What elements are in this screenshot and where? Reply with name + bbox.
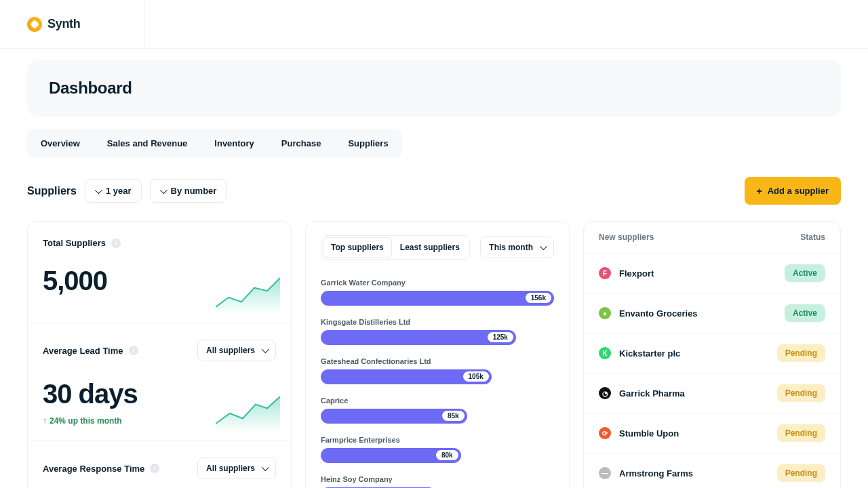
- stat-title: Average Lead Time: [43, 346, 123, 356]
- add-supplier-button[interactable]: + Add a supplier: [745, 177, 841, 205]
- chevron-down-icon: [540, 243, 547, 250]
- chart-bar-fill: 80k: [321, 448, 461, 463]
- supplier-name: Armstrong Farms: [619, 468, 693, 479]
- stats-stack: Total Suppliers i 5,000 Average Lead Tim…: [27, 221, 292, 488]
- lead-filter-value: All suppliers: [206, 346, 255, 355]
- sparkline-icon: [216, 274, 280, 314]
- sort-select[interactable]: By number: [150, 179, 227, 203]
- chart-bar-row: Farmprice Enterprises80k: [321, 436, 554, 463]
- chart-bars: Garrick Water Company156kKingsgate Disti…: [321, 279, 554, 488]
- chevron-down-icon: [262, 464, 269, 471]
- chart-bar-fill: 156k: [321, 291, 554, 306]
- info-icon[interactable]: i: [150, 464, 159, 473]
- brand-logo-icon: [27, 17, 42, 32]
- supplier-logo-icon: ◔: [599, 387, 611, 399]
- range-select-value: 1 year: [106, 186, 132, 196]
- chart-range-select[interactable]: This month: [480, 237, 554, 258]
- brand-logo[interactable]: Synth: [0, 0, 145, 49]
- sort-select-value: By number: [171, 186, 217, 196]
- tab-overview[interactable]: Overview: [27, 129, 94, 158]
- chart-bar-value: 125k: [488, 332, 513, 342]
- status-badge: Active: [785, 264, 825, 282]
- chart-bar-value: 105k: [463, 371, 489, 382]
- status-badge: Pending: [777, 344, 825, 362]
- range-select[interactable]: 1 year: [85, 179, 142, 203]
- suppliers-chart-card: Top suppliers Least suppliers This month…: [305, 221, 570, 488]
- sparkline-icon: [216, 392, 280, 432]
- chart-bar-row: Caprice85k: [321, 396, 554, 424]
- chart-segment-control: Top suppliers Least suppliers: [321, 235, 470, 260]
- chart-bar-value: 156k: [526, 293, 551, 303]
- supplier-logo-icon: —: [599, 467, 611, 479]
- dashboard-tabs: Overview Sales and Revenue Inventory Pur…: [27, 129, 402, 158]
- chart-bar-label: Garrick Water Company: [321, 279, 554, 287]
- stat-total-suppliers: Total Suppliers i 5,000: [28, 222, 291, 323]
- status-badge: Active: [785, 304, 825, 322]
- chart-bar-label: Heinz Soy Company: [321, 475, 554, 483]
- chart-bar-label: Kingsgate Distilleries Ltd: [321, 318, 554, 326]
- chart-range-value: This month: [489, 243, 533, 252]
- new-suppliers-list: New suppliers Status FFlexportActive●Env…: [583, 221, 841, 488]
- supplier-name: Garrick Pharma: [619, 388, 685, 399]
- tab-purchase[interactable]: Purchase: [268, 129, 335, 158]
- supplier-logo-icon: ⟳: [599, 427, 611, 439]
- supplier-name: Flexport: [619, 268, 654, 279]
- supplier-row[interactable]: FFlexportActive: [584, 253, 840, 293]
- chevron-down-icon: [159, 186, 167, 193]
- chart-bar-row: Heinz Soy Company60k: [321, 475, 554, 488]
- status-badge: Pending: [777, 424, 825, 442]
- supplier-logo-icon: F: [599, 267, 611, 279]
- lead-filter-select[interactable]: All suppliers: [197, 340, 276, 361]
- supplier-name: Kickstarter plc: [619, 348, 680, 359]
- chart-bar-row: Garrick Water Company156k: [321, 279, 554, 306]
- resp-filter-value: All suppliers: [206, 464, 255, 473]
- plus-icon: +: [757, 188, 762, 195]
- tab-suppliers[interactable]: Suppliers: [334, 129, 401, 158]
- supplier-row[interactable]: —Armstrong FarmsPending: [584, 453, 840, 488]
- brand-name: Synth: [47, 17, 81, 31]
- chart-bar-fill: 125k: [321, 330, 516, 345]
- section-label: Suppliers: [27, 185, 77, 197]
- col-status: Status: [800, 232, 825, 242]
- supplier-row[interactable]: KKickstarter plcPending: [584, 333, 840, 373]
- chart-bar-label: Farmprice Enterprises: [321, 436, 554, 444]
- chart-bar-fill: 85k: [321, 409, 467, 424]
- status-badge: Pending: [777, 384, 825, 402]
- chart-bar-value: 85k: [442, 411, 465, 421]
- filters-row: Suppliers 1 year By number + Add a suppl…: [27, 177, 841, 205]
- seg-top-suppliers[interactable]: Top suppliers: [323, 237, 392, 258]
- stat-avg-response-time: Average Response Time i All suppliers 2 …: [28, 441, 291, 488]
- arrow-up-icon: ↑: [43, 416, 47, 426]
- tab-sales[interactable]: Sales and Revenue: [94, 129, 201, 158]
- supplier-logo-icon: K: [599, 347, 611, 359]
- supplier-row[interactable]: ◔Garrick PharmaPending: [584, 373, 840, 413]
- status-badge: Pending: [777, 464, 825, 482]
- stat-avg-lead-time: Average Lead Time i All suppliers 30 day…: [28, 323, 291, 441]
- topbar: Synth: [0, 0, 868, 49]
- stat-title: Total Suppliers: [43, 238, 106, 248]
- list-header: New suppliers Status: [584, 222, 840, 253]
- chevron-down-icon: [262, 346, 269, 353]
- supplier-logo-icon: ●: [599, 307, 611, 319]
- chevron-down-icon: [95, 186, 102, 193]
- chart-bar-label: Caprice: [321, 396, 554, 405]
- chart-bar-fill: 105k: [321, 369, 492, 384]
- add-supplier-label: Add a supplier: [768, 186, 829, 196]
- col-name: New suppliers: [599, 232, 800, 242]
- chart-bar-value: 80k: [436, 450, 458, 460]
- info-icon[interactable]: i: [111, 239, 121, 248]
- resp-filter-select[interactable]: All suppliers: [197, 458, 276, 479]
- stat-title: Average Response Time: [43, 464, 144, 474]
- chart-bar-label: Gateshead Confectionaries Ltd: [321, 357, 554, 365]
- page-title: Dashboard: [49, 79, 819, 98]
- chart-bar-row: Gateshead Confectionaries Ltd105k: [321, 357, 554, 384]
- info-icon[interactable]: i: [129, 346, 138, 355]
- page-hero: Dashboard: [27, 60, 841, 117]
- seg-least-suppliers[interactable]: Least suppliers: [392, 237, 468, 258]
- chart-bar-row: Kingsgate Distilleries Ltd125k: [321, 318, 554, 345]
- supplier-name: Stumble Upon: [619, 428, 679, 439]
- supplier-row[interactable]: ●Envanto GroceriesActive: [584, 293, 840, 333]
- supplier-row[interactable]: ⟳Stumble UponPending: [584, 413, 840, 453]
- supplier-name: Envanto Groceries: [619, 308, 698, 319]
- tab-inventory[interactable]: Inventory: [201, 129, 268, 158]
